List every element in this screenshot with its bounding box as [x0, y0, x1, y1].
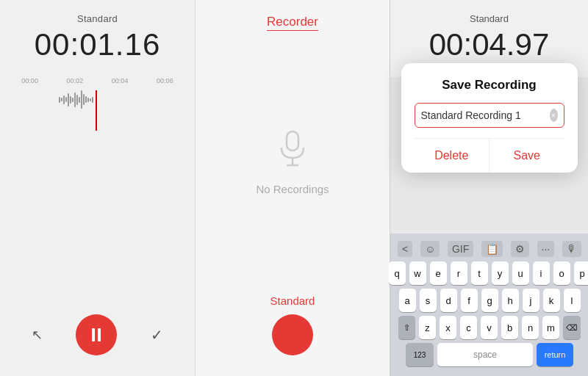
key-u[interactable]: u: [512, 261, 529, 285]
kb-row-4: 123 space return: [393, 343, 586, 366]
key-e[interactable]: e: [430, 261, 447, 285]
dialog-buttons: Delete Save: [415, 138, 564, 173]
key-g[interactable]: g: [481, 289, 498, 312]
key-d[interactable]: d: [440, 289, 457, 312]
kb-row-3: ⇧ z x c v b n m ⌫: [393, 316, 586, 339]
timer-1: 00:01.16: [35, 27, 161, 62]
key-h[interactable]: h: [502, 289, 519, 312]
keyboard: < ☺ GIF 📋 ⚙ ··· 🎙 q w e r t y u i o p a …: [390, 234, 588, 376]
pause-icon: [92, 328, 101, 341]
bottom-controls: ↖ ✓: [0, 314, 195, 355]
key-i[interactable]: i: [533, 261, 550, 285]
key-return[interactable]: return: [537, 343, 573, 366]
key-w[interactable]: w: [409, 261, 426, 285]
no-recordings-label: No Recordings: [256, 183, 329, 195]
dialog-title: Save Recording: [415, 78, 564, 93]
check-icon[interactable]: ✓: [151, 326, 163, 344]
key-l[interactable]: l: [564, 289, 581, 312]
waveform-area: 00:00 00:02 00:04 00:06: [0, 77, 195, 136]
panel-recording-active: Standard 00:01.16 00:00 00:02 00:04 00:0…: [0, 0, 195, 376]
playhead-line: [96, 90, 97, 131]
key-r[interactable]: r: [451, 261, 467, 285]
timeline-mark: 00:02: [67, 77, 84, 84]
key-z[interactable]: z: [419, 316, 436, 339]
save-button[interactable]: Save: [490, 139, 564, 173]
kb-clipboard-button[interactable]: 📋: [481, 241, 503, 257]
key-n[interactable]: n: [522, 316, 539, 339]
clear-icon: ×: [551, 111, 556, 120]
pause-button[interactable]: [76, 314, 117, 355]
key-f[interactable]: f: [461, 289, 478, 312]
kb-settings-button[interactable]: ⚙: [511, 241, 529, 257]
clear-input-button[interactable]: ×: [550, 109, 558, 122]
dialog-overlay: Save Recording × Delete Save: [390, 0, 588, 235]
standard-label: Standard: [270, 294, 315, 307]
mode-label-1: Standard: [77, 13, 118, 24]
kb-more-button[interactable]: ···: [537, 241, 555, 257]
recording-name-input[interactable]: [421, 109, 550, 121]
timeline: 00:00 00:02 00:04 00:06: [0, 77, 195, 84]
kb-gif-button[interactable]: GIF: [448, 241, 473, 257]
kb-mic-button[interactable]: 🎙: [562, 241, 581, 257]
panel2-bottom-controls: Standard: [270, 294, 315, 355]
mic-icon: [274, 130, 311, 174]
key-c[interactable]: c: [460, 316, 477, 339]
kb-row-1: q w e r t y u i o p: [393, 261, 586, 285]
timeline-mark: 00:04: [112, 77, 129, 84]
key-p[interactable]: p: [574, 261, 589, 285]
key-a[interactable]: a: [399, 289, 416, 312]
key-v[interactable]: v: [481, 316, 498, 339]
key-t[interactable]: t: [471, 261, 488, 285]
mic-area: No Recordings: [256, 31, 329, 294]
svg-rect-0: [287, 131, 298, 151]
kb-back-button[interactable]: <: [398, 241, 412, 257]
key-x[interactable]: x: [440, 316, 456, 339]
key-j[interactable]: j: [523, 289, 539, 312]
timeline-mark: 00:00: [21, 77, 38, 84]
key-shift[interactable]: ⇧: [398, 316, 415, 339]
key-o[interactable]: o: [553, 261, 570, 285]
key-space[interactable]: space: [437, 343, 533, 366]
panel-no-recordings: Recorder No Recordings Standard: [195, 0, 390, 376]
timeline-mark: 00:06: [157, 77, 173, 84]
key-m[interactable]: m: [542, 316, 559, 339]
dialog-input-row[interactable]: ×: [415, 103, 564, 128]
key-delete[interactable]: ⌫: [563, 316, 581, 339]
key-q[interactable]: q: [389, 261, 406, 285]
kb-row-2: a s d f g h j k l: [393, 289, 586, 312]
keyboard-toolbar: < ☺ GIF 📋 ⚙ ··· 🎙: [393, 238, 586, 261]
key-y[interactable]: y: [492, 261, 509, 285]
key-numbers[interactable]: 123: [406, 343, 434, 366]
panel-save-recording: Standard 00:04.97 Save Recording × Delet…: [390, 0, 588, 376]
kb-emoji-button[interactable]: ☺: [420, 241, 440, 257]
delete-button[interactable]: Delete: [415, 139, 490, 173]
key-b[interactable]: b: [501, 316, 518, 339]
arrow-icon: ↖: [32, 327, 43, 343]
key-s[interactable]: s: [420, 289, 437, 312]
wave-bars: [59, 90, 93, 109]
key-k[interactable]: k: [543, 289, 560, 312]
save-recording-dialog: Save Recording × Delete Save: [401, 63, 578, 173]
recorder-title: Recorder: [267, 15, 318, 29]
record-button[interactable]: [272, 314, 313, 355]
